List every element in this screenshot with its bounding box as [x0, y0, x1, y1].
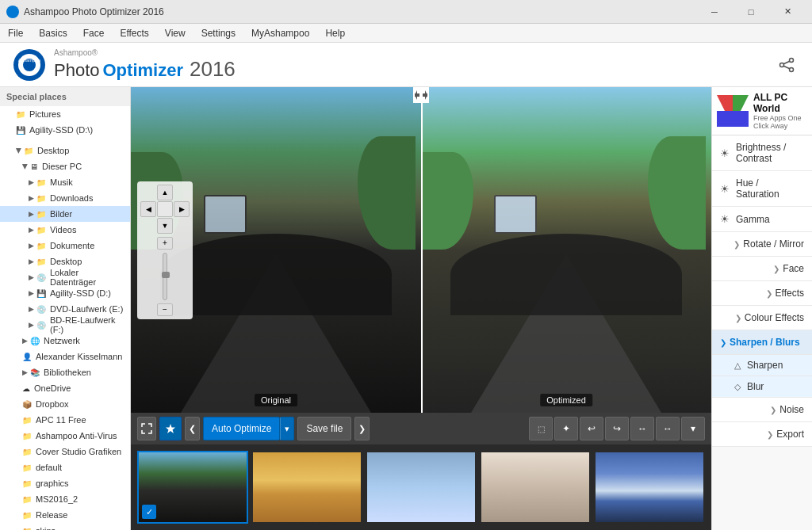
sidebar-item-apc11[interactable]: 📁 APC 11 Free [0, 412, 130, 428]
panel-item-effects[interactable]: ❯ Effects [712, 281, 812, 306]
auto-optimize-dropdown[interactable]: ▾ [280, 417, 294, 440]
panel-item-colour-effects[interactable]: ❯ Colour Effects [712, 306, 812, 330]
panel-item-export[interactable]: ❯ Export [712, 422, 812, 447]
sidebar-item-bibliotheken[interactable]: ▶ 📚 Bibliotheken [0, 364, 130, 380]
menu-myashampoo[interactable]: MyAshampoo [243, 24, 317, 43]
nav-center-button[interactable] [157, 201, 173, 217]
sidebar-item-cover[interactable]: 📁 Cover Studio Grafiken [0, 444, 130, 459]
sidebar-item-dieser-pc[interactable]: ▶ 🖥 Dieser PC [0, 158, 130, 174]
nav-up-button[interactable]: ▲ [157, 185, 173, 200]
sidebar-item-default[interactable]: 📁 default [0, 459, 130, 475]
filmstrip-thumb-2[interactable] [251, 451, 362, 524]
panel-item-hue[interactable]: ☀ Hue / Saturation [712, 171, 812, 207]
sidebar-item-onedrive[interactable]: ☁ OneDrive [0, 380, 130, 396]
sidebar-item-desktop2[interactable]: ▶ 📁 Desktop [0, 254, 130, 269]
zoom-out-button[interactable]: − [157, 303, 173, 316]
sidebar-item-graphics[interactable]: 📁 graphics [0, 475, 130, 491]
sidebar-item-desktop[interactable]: ▶ 📁 Desktop [0, 143, 130, 158]
close-button[interactable]: ✕ [769, 0, 806, 24]
folder-icon: 📚 [30, 368, 40, 377]
drive-icon: 💾 [16, 126, 25, 135]
folder-icon: 📁 [16, 110, 25, 119]
sidebar-item-netzwerk[interactable]: ▶ 🌐 Netzwerk [0, 333, 130, 349]
auto-optimize-button[interactable]: Auto Optimize [203, 417, 280, 440]
sidebar-item-ms2016[interactable]: 📁 MS2016_2 [0, 491, 130, 507]
brightness-icon: ☀ [720, 147, 730, 159]
compare-button[interactable]: ↔ [630, 417, 654, 440]
sidebar-item-bilder[interactable]: ▶ 📁 Bilder [0, 206, 130, 222]
nav-down-button[interactable]: ▼ [157, 218, 173, 234]
more-button[interactable]: ▾ [681, 417, 705, 440]
sidebar-item-dvd[interactable]: ▶ 💿 DVD-Laufwerk (E:) [0, 301, 130, 317]
save-file-button[interactable]: Save file [297, 417, 351, 440]
panel-item-rotate[interactable]: ❯ Rotate / Mirror [712, 232, 812, 257]
filmstrip-thumb-4[interactable] [480, 451, 591, 524]
expand-icon: ▶ [29, 321, 34, 329]
menu-basics[interactable]: Basics [31, 24, 75, 43]
panel-item-gamma[interactable]: ☀ Gamma [712, 207, 812, 232]
sidebar-item-release[interactable]: 📁 Release [0, 507, 130, 523]
menu-view[interactable]: View [157, 24, 193, 43]
sidebar-item-dokumente[interactable]: ▶ 📁 Dokumente [0, 238, 130, 254]
auto-optimize-group: Auto Optimize ▾ [203, 417, 294, 440]
split-handle[interactable] [413, 87, 429, 103]
sidebar-item-alexander[interactable]: 👤 Alexander Kisselmann [0, 349, 130, 364]
star-button[interactable] [159, 417, 182, 440]
prev-button[interactable]: ❮ [185, 417, 200, 440]
panel-item-noise[interactable]: ❯ Noise [712, 398, 812, 422]
sidebar-item-agility-ssd[interactable]: 💾 Agility-SSD (D:\) [0, 122, 130, 138]
sidebar-item-agility-d[interactable]: ▶ 💾 Agility-SSD (D:) [0, 285, 130, 301]
panel-item-face[interactable]: ❯ Face [712, 257, 812, 281]
zoom-in-button[interactable]: + [157, 237, 173, 250]
svg-marker-11 [415, 90, 417, 100]
nav-right-button[interactable]: ▶ [174, 201, 190, 217]
sidebar-item-dropbox[interactable]: 📦 Dropbox [0, 396, 130, 412]
filmstrip-thumb-3[interactable] [366, 451, 477, 524]
next-button[interactable]: ❯ [354, 417, 370, 440]
brand-label: Ashampoo® [54, 48, 236, 57]
sidebar-item-skins[interactable]: 📁 skins [0, 523, 130, 530]
sidebar-item-videos[interactable]: ▶ 📁 Videos [0, 222, 130, 238]
chevron-right-icon: ❯ [770, 406, 776, 414]
panel-item-sharpen-blurs[interactable]: ❯ Sharpen / Blurs [712, 330, 812, 355]
compare-back-button[interactable]: ↔ [656, 417, 680, 440]
expand-icon: ▶ [21, 164, 29, 170]
svg-point-5 [790, 67, 794, 71]
app-logo: Ashampoo Ashampoo® Photo Optimizer 2016 [13, 48, 236, 82]
zoom-track[interactable] [163, 253, 167, 300]
menu-help[interactable]: Help [317, 24, 353, 43]
sidebar-item-musik[interactable]: ▶ 📁 Musik [0, 174, 130, 190]
redo-button[interactable]: ↪ [605, 417, 629, 440]
undo-button[interactable]: ↩ [580, 417, 603, 440]
panel-sub-item-sharpen[interactable]: △ Sharpen [712, 355, 812, 376]
chevron-right-icon: ❯ [766, 289, 772, 298]
star2-button[interactable]: ✦ [554, 417, 578, 440]
sidebar-item-downloads[interactable]: ▶ 📁 Downloads [0, 190, 130, 206]
filmstrip-thumb-5[interactable] [594, 451, 705, 524]
gamma-icon: ☀ [720, 213, 730, 225]
filmstrip-thumb-1[interactable]: ✓ [137, 451, 248, 524]
sidebar-item-lokal[interactable]: ▶ 💿 Lokaler Datenträger [0, 269, 130, 285]
select-rect-button[interactable]: ⬚ [529, 417, 553, 440]
titlebar: Ashampoo Photo Optimizer 2016 ─ □ ✕ [0, 0, 812, 24]
sidebar-item-bdr[interactable]: ▶ 💿 BD-RE-Laufwerk (F:) [0, 317, 130, 333]
share-button[interactable] [774, 52, 799, 78]
expand-button[interactable] [137, 417, 156, 440]
menu-face[interactable]: Face [75, 24, 113, 43]
menu-effects[interactable]: Effects [112, 24, 156, 43]
expand-icon: ▶ [29, 273, 34, 281]
sidebar-item-ashampoo-av[interactable]: 📁 Ashampoo Anti-Virus [0, 428, 130, 444]
panel-sub-item-blur[interactable]: ◇ Blur [712, 376, 812, 398]
app-icon [6, 6, 19, 18]
sidebar-item-pictures[interactable]: 📁 Pictures [0, 106, 130, 122]
menu-settings[interactable]: Settings [193, 24, 243, 43]
drive-icon: 💿 [36, 321, 46, 330]
maximize-button[interactable]: □ [733, 0, 769, 24]
panel-item-brightness[interactable]: ☀ Brightness / Contrast [712, 135, 812, 171]
minimize-button[interactable]: ─ [696, 0, 733, 24]
split-line[interactable] [421, 87, 423, 413]
menu-file[interactable]: File [0, 24, 31, 43]
ad-banner[interactable]: ALL PC World Free Apps One Click Away [712, 87, 812, 135]
titlebar-title: Ashampoo Photo Optimizer 2016 [24, 6, 164, 17]
nav-left-button[interactable]: ◀ [140, 201, 156, 217]
